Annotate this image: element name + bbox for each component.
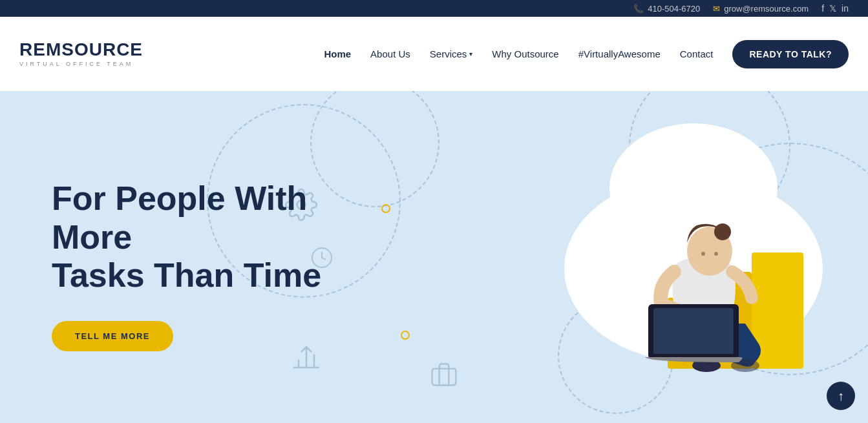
svg-point-15 <box>701 252 705 256</box>
cloud-container <box>558 149 829 382</box>
deco-briefcase-icon <box>430 360 458 391</box>
scroll-top-button[interactable]: ↑ <box>827 382 855 410</box>
twitter-icon[interactable]: 𝕏 <box>829 3 836 14</box>
svg-point-14 <box>714 223 731 240</box>
nav-contact[interactable]: Contact <box>680 48 714 59</box>
facebook-icon[interactable]: f <box>821 3 824 14</box>
svg-rect-5 <box>432 369 456 386</box>
linkedin-icon[interactable]: in <box>842 3 849 14</box>
svg-point-16 <box>714 252 718 256</box>
ready-to-talk-button[interactable]: READY TO TALK? <box>732 40 849 68</box>
svg-rect-12 <box>653 308 734 354</box>
services-label: Services <box>430 48 467 59</box>
person-svg <box>558 143 816 382</box>
nav-about[interactable]: About Us <box>370 48 410 59</box>
top-bar: 📞 410-504-6720 ✉ grow@remsource.com f 𝕏 … <box>0 0 868 17</box>
hero-illustration <box>558 149 829 382</box>
main-nav: Home About Us Services ▾ Why Outsource #… <box>324 40 849 68</box>
nav-virtually-awesome[interactable]: #VirtuallyAwesome <box>578 48 661 59</box>
phone-icon: 📞 <box>633 4 644 14</box>
logo-brand: RemSource <box>19 40 143 60</box>
deco-yellow-dot-2 <box>401 331 410 340</box>
hero-title-line2: Tasks Than Time <box>52 256 321 294</box>
email-icon: ✉ <box>713 4 720 14</box>
logo-tagline: VIRTUAL OFFICE TEAM <box>19 61 143 68</box>
phone-contact[interactable]: 📞 410-504-6720 <box>633 4 700 14</box>
social-icons: f 𝕏 in <box>821 3 849 14</box>
email-contact[interactable]: ✉ grow@remsource.com <box>713 4 809 14</box>
phone-number: 410-504-6720 <box>648 4 700 14</box>
hero-section: For People With More Tasks Than Time TEL… <box>0 91 868 423</box>
email-address: grow@remsource.com <box>724 4 809 14</box>
header: RemSource VIRTUAL OFFICE TEAM Home About… <box>0 17 868 91</box>
nav-home[interactable]: Home <box>324 48 351 59</box>
hero-content: For People With More Tasks Than Time TEL… <box>0 141 388 390</box>
nav-services[interactable]: Services ▾ <box>430 48 473 59</box>
tell-me-more-button[interactable]: TELL ME MORE <box>52 321 173 351</box>
hero-title: For People With More Tasks Than Time <box>52 180 349 295</box>
services-dropdown-icon: ▾ <box>469 50 472 57</box>
logo[interactable]: RemSource VIRTUAL OFFICE TEAM <box>19 40 143 68</box>
hero-title-line1: For People With More <box>52 180 307 256</box>
nav-why-outsource[interactable]: Why Outsource <box>492 48 558 59</box>
